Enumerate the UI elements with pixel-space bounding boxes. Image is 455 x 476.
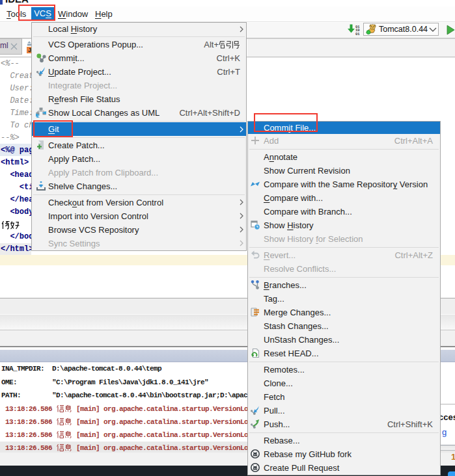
svg-text:01: 01 [355,32,360,36]
